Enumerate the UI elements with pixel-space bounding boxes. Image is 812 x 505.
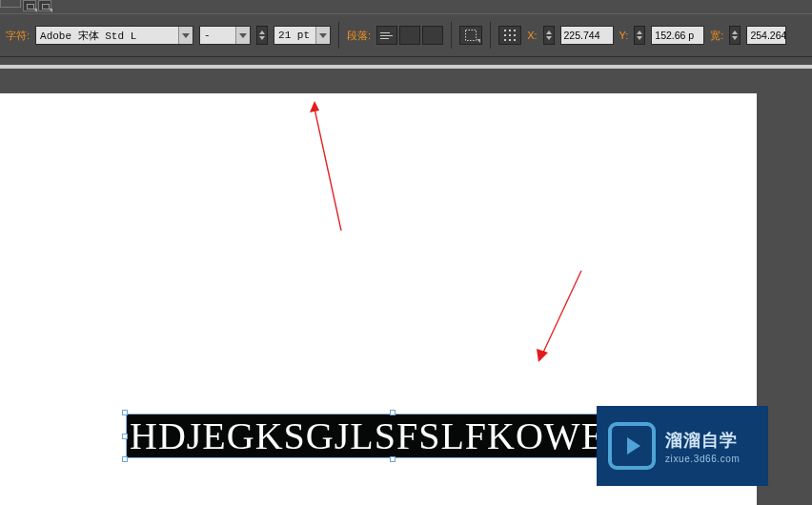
width-spinner[interactable] [729, 26, 741, 45]
x-spinner[interactable] [543, 26, 555, 45]
y-spinner[interactable] [634, 26, 645, 45]
svg-rect-5 [509, 34, 511, 36]
top-corner-stub [0, 0, 21, 8]
type-options-bar: 字符: Adobe 宋体 Std L - 21 pt 段落: [0, 13, 812, 57]
svg-rect-8 [509, 39, 511, 41]
top-strip [0, 0, 812, 13]
x-value: 225.744 [564, 30, 600, 41]
font-size-value: 21 pt [274, 30, 315, 41]
y-value: 152.66 p [655, 30, 694, 41]
app-root: 字符: Adobe 宋体 Std L - 21 pt 段落: [0, 0, 812, 505]
font-style-dropdown[interactable]: - [199, 26, 251, 45]
separator [451, 22, 452, 49]
svg-marker-13 [537, 349, 548, 362]
svg-line-12 [542, 271, 581, 354]
font-style-value: - [200, 30, 235, 41]
x-value-field[interactable]: 225.744 [560, 26, 614, 45]
align-center-button[interactable] [399, 26, 420, 45]
font-family-dropdown[interactable]: Adobe 宋体 Std L [35, 26, 193, 45]
separator [338, 22, 339, 49]
svg-rect-4 [504, 34, 506, 36]
width-value-field[interactable]: 254.264 [746, 26, 786, 45]
x-label: X: [527, 30, 537, 41]
watermark: 溜溜自学 zixue.3d66.com [597, 406, 768, 486]
font-size-spinner[interactable] [256, 26, 268, 45]
separator [490, 22, 491, 49]
play-icon [608, 422, 656, 470]
font-family-value: Adobe 宋体 Std L [36, 29, 178, 43]
annotation-arrow-2 [529, 265, 596, 370]
resize-handle-tm[interactable] [390, 410, 396, 415]
ruler-stub [0, 65, 812, 69]
resize-handle-ml[interactable] [122, 434, 128, 439]
svg-rect-0 [466, 30, 477, 41]
arrange-docs-icon[interactable] [23, 0, 36, 11]
alignment-group [376, 26, 443, 45]
fill-options-button[interactable] [459, 26, 482, 45]
svg-line-10 [315, 109, 341, 231]
resize-handle-tl[interactable] [122, 410, 128, 415]
text-frame[interactable]: HDJEGKSGJLSFSLFKOWEJE [126, 414, 660, 458]
resize-handle-bl[interactable] [122, 456, 128, 462]
screen-mode-icon[interactable] [38, 0, 51, 11]
chevron-down-icon[interactable] [315, 27, 330, 44]
chevron-down-icon[interactable] [178, 27, 193, 44]
annotation-arrow-1 [305, 97, 362, 235]
svg-rect-2 [509, 30, 511, 31]
watermark-url: zixue.3d66.com [665, 454, 740, 464]
svg-rect-9 [514, 39, 516, 41]
svg-marker-11 [310, 101, 319, 112]
svg-rect-3 [514, 30, 516, 31]
chevron-down-icon[interactable] [235, 27, 250, 44]
align-right-button[interactable] [422, 26, 443, 45]
svg-rect-1 [504, 30, 506, 31]
align-left-button[interactable] [376, 26, 397, 45]
paragraph-label: 段落: [347, 26, 371, 45]
y-value-field[interactable]: 152.66 p [651, 26, 704, 45]
watermark-title: 溜溜自学 [665, 429, 740, 452]
text-content[interactable]: HDJEGKSGJLSFSLFKOWEJE [130, 414, 645, 457]
svg-rect-7 [504, 39, 506, 41]
width-label: 宽: [710, 29, 723, 43]
resize-handle-bm[interactable] [390, 456, 396, 462]
width-value: 254.264 [750, 30, 786, 41]
svg-rect-6 [514, 34, 516, 36]
character-label: 字符: [6, 26, 30, 45]
reference-point-button[interactable] [498, 26, 521, 45]
top-toolbar [23, 0, 51, 11]
font-size-dropdown[interactable]: 21 pt [274, 26, 331, 45]
y-label: Y: [619, 30, 629, 41]
